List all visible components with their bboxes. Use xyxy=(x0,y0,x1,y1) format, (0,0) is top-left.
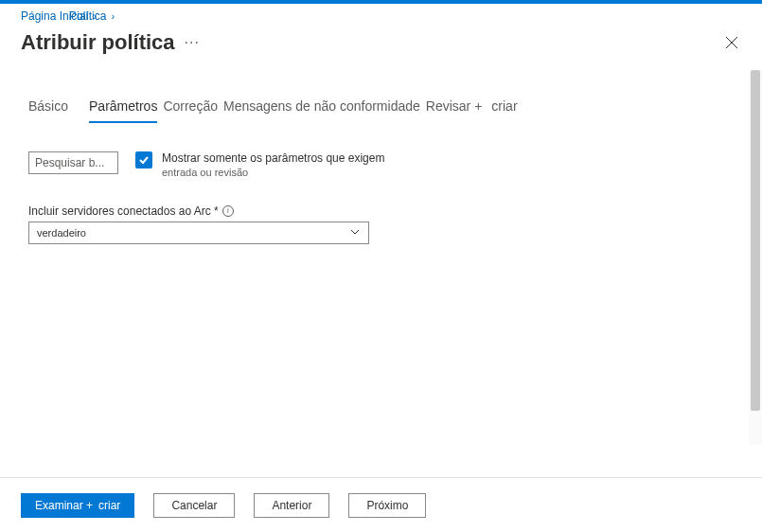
required-only-sublabel: entrada ou revisão xyxy=(162,167,384,178)
chevron-down-icon xyxy=(349,226,361,239)
review-create-button-label: Examinar + xyxy=(35,499,93,512)
tab-remediation[interactable]: Correção xyxy=(163,98,218,121)
tab-bar: Básico Parâmetros Correção Mensagens de … xyxy=(28,98,724,123)
required-only-label: Mostrar somente os parâmetros que exigem xyxy=(162,151,384,165)
scrollbar[interactable] xyxy=(749,70,762,445)
tab-review-create-suffix: criar xyxy=(491,98,517,121)
breadcrumb-policy[interactable]: Política xyxy=(69,9,106,23)
next-button[interactable]: Próximo xyxy=(348,493,426,518)
footer: Examinar + criar Cancelar Anterior Próxi… xyxy=(0,477,762,532)
controls-row: Pesquisar b... Mostrar somente os parâme… xyxy=(28,151,724,178)
arc-servers-label: Incluir servidores conectados ao Arc * i xyxy=(28,204,724,218)
tab-review[interactable]: Revisar + xyxy=(426,98,483,121)
breadcrumb: Página Inicial › Política › xyxy=(0,4,762,23)
scrollbar-thumb[interactable] xyxy=(751,70,760,411)
page-header: Atribuir política ··· xyxy=(0,23,762,70)
close-icon xyxy=(725,36,738,49)
check-icon xyxy=(138,154,150,166)
arc-servers-select[interactable]: verdadeiro xyxy=(28,222,369,244)
review-create-button[interactable]: Examinar + criar xyxy=(21,493,134,518)
close-button[interactable] xyxy=(722,33,741,52)
arc-servers-label-text: Incluir servidores conectados ao Arc * xyxy=(28,204,219,218)
content-scroll-region: Básico Parâmetros Correção Mensagens de … xyxy=(0,70,762,445)
more-icon[interactable]: ··· xyxy=(185,34,200,51)
required-only-label-group: Mostrar somente os parâmetros que exigem… xyxy=(162,151,384,178)
tab-basic[interactable]: Básico xyxy=(28,98,68,121)
search-input[interactable]: Pesquisar b... xyxy=(28,151,118,174)
previous-button[interactable]: Anterior xyxy=(254,493,329,518)
tab-parameters[interactable]: Parâmetros xyxy=(89,98,157,123)
content: Básico Parâmetros Correção Mensagens de … xyxy=(0,70,762,244)
chevron-right-icon: › xyxy=(111,10,115,22)
arc-servers-value: verdadeiro xyxy=(37,227,86,239)
page-title: Atribuir política xyxy=(21,30,175,55)
info-icon[interactable]: i xyxy=(222,205,234,217)
cancel-button[interactable]: Cancelar xyxy=(153,493,235,518)
required-only-toggle: Mostrar somente os parâmetros que exigem… xyxy=(135,151,384,178)
required-only-checkbox[interactable] xyxy=(135,151,152,168)
tab-noncompliance[interactable]: Mensagens de não conformidade xyxy=(223,98,420,121)
review-create-button-suffix: criar xyxy=(98,499,120,512)
